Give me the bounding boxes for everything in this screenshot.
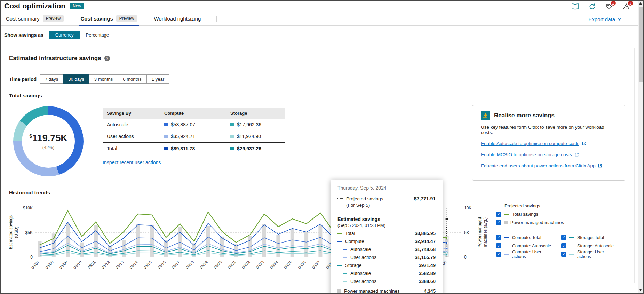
right-axis-title: Power managed machines (avg.) [477, 212, 488, 253]
scroll-up-arrow[interactable] [639, 2, 642, 5]
tooltip-row-compute: Compute$2,914.47 [337, 239, 436, 244]
legend-item-compute-total[interactable]: Compute: Total [496, 235, 552, 240]
tab-cost-summary[interactable]: Cost summary Preview [4, 13, 65, 26]
row-label: User actions [103, 134, 160, 139]
preview-badge: Preview [116, 15, 137, 22]
tab-bar: Cost summary Preview Cost savings Previe… [1, 13, 638, 26]
donut-center: $119.75K (42%) [22, 115, 75, 168]
percentage-toggle-button[interactable]: Percentage [80, 31, 116, 39]
scrollbar[interactable] [638, 1, 643, 293]
time-period-selector: 7 days 30 days 3 months 6 months 1 year [40, 74, 169, 84]
svg-text:08/25: 08/25 [283, 260, 293, 270]
savings-unit-toggle: Currency Percentage [49, 31, 115, 39]
row-label: Autoscale [103, 122, 160, 127]
legend-item-storage-user-actions[interactable]: Storage: User actions [561, 251, 617, 257]
svg-text:08/18: 08/18 [185, 260, 194, 270]
svg-text:08/20: 08/20 [213, 260, 223, 270]
legend-item-compute-autoscale[interactable]: Compute: Autoscale [496, 243, 552, 249]
checkbox-checked[interactable] [496, 220, 501, 225]
time-period-6-months[interactable]: 6 months [118, 74, 146, 84]
section-divider [1, 43, 638, 43]
tag-notifications-icon[interactable]: 2 [605, 3, 613, 10]
cost-optimization-screen: Cost optimization New 2 3 Cost summary P… [0, 0, 644, 294]
time-period-1-year[interactable]: 1 year [146, 74, 169, 84]
table-row: User actions $35,924.71 $11,974.90 [103, 130, 285, 142]
page-header: Cost optimization New [4, 2, 84, 10]
svg-text:08/07: 08/07 [30, 260, 40, 270]
svg-text:08/19: 08/19 [199, 260, 209, 270]
svg-text:08/14: 08/14 [129, 260, 138, 270]
checkbox-checked[interactable] [496, 235, 501, 240]
tooltip-row-storage-user-actions: User actions$388.60 [337, 279, 436, 284]
time-period-7-days[interactable]: 7 days [40, 74, 63, 84]
svg-text:08/22: 08/22 [241, 260, 251, 270]
help-icon[interactable] [104, 56, 110, 61]
alerts-warning-icon[interactable]: 3 [622, 3, 630, 10]
total-savings-donut[interactable]: $119.75K (42%) [13, 106, 84, 176]
checkbox-checked[interactable] [561, 243, 566, 248]
checkbox-checked[interactable] [561, 252, 566, 257]
export-data-link[interactable]: Export data [588, 16, 621, 22]
tooltip-row-storage-autoscale: Autoscale$582.89 [337, 271, 436, 276]
scroll-down-arrow[interactable] [639, 289, 642, 291]
tab-workload-rightsizing[interactable]: Workload rightsizing [152, 13, 202, 26]
preview-badge: Preview [43, 15, 64, 22]
time-period-30-days[interactable]: 30 days [63, 74, 89, 84]
dotted-line-swatch [496, 206, 502, 206]
checkbox-checked[interactable] [496, 243, 501, 248]
time-period-label: Time period [9, 77, 37, 82]
legend-item-storage-autoscale[interactable]: Storage: Autoscale [561, 243, 617, 249]
storage-user-actions-swatch [569, 254, 574, 255]
inspect-user-actions-link[interactable]: Inspect recent user actions [103, 160, 161, 165]
tooltip-date: Thursday, Sep 5, 2024 [337, 185, 436, 191]
tab-cost-savings[interactable]: Cost savings Preview [79, 13, 139, 26]
tab-label: Cost summary [6, 16, 40, 22]
svg-text:08/15: 08/15 [143, 260, 152, 270]
enable-mcsio-link[interactable]: Enable MCSIO to optimise on storage cost… [481, 152, 617, 157]
realise-card-description: Use key features form Citrix to save mor… [481, 125, 617, 135]
svg-text:5K: 5K [464, 230, 469, 235]
compute-user-actions-swatch [504, 254, 509, 255]
checkbox-checked[interactable] [496, 212, 501, 217]
documentation-book-icon[interactable] [571, 3, 579, 10]
power-machines-swatch [337, 289, 341, 293]
svg-text:08/26: 08/26 [297, 260, 307, 270]
currency-toggle-button[interactable]: Currency [49, 31, 80, 39]
scrollbar-thumb[interactable] [639, 7, 643, 82]
tooltip-row-total: Total$3,885.95 [337, 231, 436, 236]
legend-item-power-managed-machines[interactable]: Power managed machines [496, 220, 564, 225]
enable-autoscale-link[interactable]: Enable Autoscale to optimise on compute … [481, 141, 617, 146]
tooltip-row-compute-autoscale: Autoscale$1,748.68 [337, 247, 436, 252]
legend-item-storage-total[interactable]: Storage: Total [561, 235, 617, 240]
show-savings-as-label: Show savings as [4, 32, 43, 38]
checkbox-checked[interactable] [496, 252, 501, 257]
donut-percent: (42%) [42, 145, 55, 150]
savings-table-header: Savings By Compute Storage [103, 108, 285, 119]
projected-savings-value: $7,771.91 [414, 196, 436, 208]
legend-item-total-savings[interactable]: Total savings [496, 211, 564, 217]
svg-text:08/17: 08/17 [171, 260, 181, 270]
refresh-icon[interactable] [588, 3, 596, 10]
storage-total-swatch [230, 147, 234, 150]
historical-trends-heading: Historical trends [9, 190, 50, 196]
table-row: Autoscale $53,887.07 $17,962.36 [103, 119, 285, 130]
svg-text:08/08: 08/08 [45, 260, 54, 270]
svg-text:08/21: 08/21 [227, 260, 237, 270]
checkbox-checked[interactable] [561, 235, 566, 240]
savings-tip-icon [481, 111, 490, 120]
svg-text:08/13: 08/13 [115, 260, 125, 270]
section-title-row: Estimated infrastructure savings [9, 55, 110, 62]
tooltip-row-storage: Storage$971.49 [337, 263, 436, 268]
storage-autoscale-swatch [569, 246, 574, 246]
legend-item-compute-user-actions[interactable]: Compute: User actions [496, 251, 552, 257]
legend-projected-savings: Projected savings [496, 203, 564, 209]
time-period-3-months[interactable]: 3 months [89, 74, 118, 84]
chart-legend: Projected savings Total savings Power ma… [496, 203, 564, 228]
tooltip-row-power-managed-machines: Power managed machines 4,345 [337, 288, 436, 294]
educate-end-users-link[interactable]: Educate end users about power actions fr… [481, 163, 617, 168]
dotted-line-swatch [337, 198, 343, 208]
svg-text:08/11: 08/11 [87, 260, 96, 269]
column-header: Storage [226, 108, 285, 119]
column-header: Savings By [103, 108, 160, 119]
donut-total-value: $119.75K [29, 133, 67, 144]
